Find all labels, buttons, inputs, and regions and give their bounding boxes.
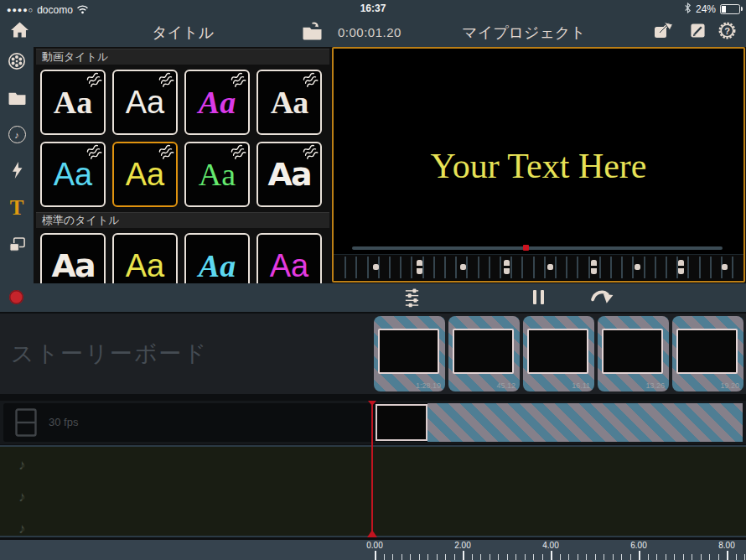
- ruler-tick: [480, 554, 481, 560]
- ruler-tick: [595, 554, 596, 560]
- sidebar-item-overlays[interactable]: [0, 236, 34, 254]
- clip-duration: 1:28.19: [416, 381, 441, 390]
- ruler-tick: [736, 554, 737, 560]
- sidebar-item-media[interactable]: [0, 91, 34, 106]
- ruler-tick: [630, 554, 631, 560]
- share-button[interactable]: [653, 21, 674, 43]
- jog-tick: [489, 257, 490, 278]
- ruler-label: 2.00: [454, 541, 470, 550]
- title-template-tile[interactable]: Aa: [184, 233, 250, 283]
- adjust-settings-button[interactable]: [403, 288, 421, 311]
- tile-sample-text: Aa: [51, 250, 94, 282]
- ruler-tick: [445, 554, 446, 560]
- edit-button[interactable]: [690, 23, 706, 42]
- preview-progress-bar[interactable]: [352, 246, 723, 250]
- audio-tracks[interactable]: ♪♪♪: [0, 445, 746, 537]
- tile-sample-text: Aa: [271, 86, 308, 118]
- sidebar-item-effects-flash[interactable]: [0, 161, 34, 179]
- layers-icon: [8, 236, 26, 254]
- video-clip-thumbnail[interactable]: [376, 404, 427, 441]
- standard-titles-grid: AaAaAaAa: [40, 233, 329, 283]
- music-note-icon: ♪: [18, 521, 26, 537]
- storyboard-clip[interactable]: 1:28.19: [374, 316, 445, 391]
- jog-tick: [466, 257, 468, 278]
- ruler-tick: [613, 554, 614, 560]
- title-template-tile[interactable]: Aa: [40, 233, 106, 283]
- jog-strip[interactable]: [334, 254, 743, 280]
- step-forward-button[interactable]: [590, 288, 614, 309]
- ruler-tick: [586, 554, 587, 560]
- ruler-tick: [419, 554, 420, 560]
- music-note-icon: ♪: [18, 489, 26, 506]
- sidebar-item-titles[interactable]: T: [0, 198, 34, 218]
- jog-marker: [460, 264, 466, 270]
- status-bar: ●●●●○ docomo 16:37 24%: [0, 0, 746, 17]
- jog-tick: [510, 257, 512, 278]
- ruler-tick: [401, 554, 402, 560]
- battery-icon: [720, 4, 740, 14]
- ruler-tick: [709, 554, 710, 560]
- tile-sample-text: Aa: [270, 250, 308, 282]
- title-template-tile[interactable]: Aa: [112, 70, 178, 135]
- ruler-label: 0.00: [366, 541, 382, 550]
- storyboard-clip[interactable]: 16.11: [523, 316, 594, 391]
- title-template-tile[interactable]: Aa: [184, 70, 250, 135]
- storyboard-clip[interactable]: 19.20: [672, 316, 743, 391]
- title-template-tile[interactable]: Aa: [256, 233, 322, 283]
- jog-tick: [644, 257, 645, 278]
- import-title-button[interactable]: [302, 22, 323, 44]
- playhead-bottom-marker: [367, 530, 377, 537]
- ruler-tick: [656, 554, 657, 560]
- preview-sample-text[interactable]: Your Text Here: [334, 146, 743, 186]
- ruler-tick: [498, 554, 499, 560]
- ruler-tick: [560, 554, 561, 560]
- timeline-ruler[interactable]: 0.002.004.006.008.00: [0, 540, 746, 560]
- progress-playhead-dot[interactable]: [523, 245, 529, 251]
- storyboard-clip[interactable]: 45.12: [448, 316, 520, 391]
- ruler-tick: [490, 554, 490, 560]
- help-button[interactable]: ?: [718, 21, 737, 44]
- video-clip-body[interactable]: [427, 403, 743, 442]
- playhead[interactable]: [371, 401, 373, 537]
- ruler-tick: [525, 554, 526, 560]
- tile-sample-text: Aa: [54, 158, 92, 190]
- section-header-standard-titles: 標準のタイトル: [36, 212, 329, 228]
- ruler-tick: [568, 554, 569, 560]
- ruler-tick: [410, 554, 411, 560]
- tile-sample-text: Aa: [267, 158, 310, 190]
- jog-tick: [533, 257, 535, 278]
- title-template-tile[interactable]: Aa: [184, 142, 250, 207]
- record-button[interactable]: [9, 290, 23, 304]
- storyboard-clip[interactable]: 13.26: [598, 316, 669, 391]
- sidebar-item-effects[interactable]: [0, 52, 34, 70]
- jog-tick: [400, 257, 401, 278]
- title-template-tile[interactable]: Aa: [112, 233, 178, 283]
- fps-label: 30 fps: [49, 416, 78, 428]
- jog-tick: [610, 257, 612, 278]
- clip-duration: 19.20: [720, 381, 739, 390]
- ruler-tick: [621, 554, 622, 560]
- preview-stage[interactable]: Your Text Here: [332, 47, 745, 283]
- ruler-tick: [692, 554, 692, 560]
- project-title: マイプロジェクト: [381, 23, 666, 43]
- title-template-tile[interactable]: Aa: [112, 142, 178, 207]
- sidebar-item-audio[interactable]: ♪: [0, 126, 34, 143]
- title-template-tile[interactable]: Aa: [256, 70, 322, 135]
- title-template-tile[interactable]: Aa: [256, 142, 322, 207]
- title-template-tile[interactable]: Aa: [40, 70, 106, 135]
- ruler-tick: [718, 554, 719, 560]
- pause-button[interactable]: [533, 290, 544, 304]
- video-titles-grid: AaAaAaAaAaAaAaAa: [40, 70, 329, 207]
- ruler-label: 6.00: [630, 541, 646, 550]
- film-reel-icon: [8, 52, 26, 70]
- music-note-circle-icon: ♪: [8, 126, 26, 143]
- section-header-video-titles: 動画タイトル: [36, 49, 329, 65]
- tile-sample-text: Aa: [126, 158, 164, 190]
- clip-thumbnail: [527, 329, 588, 374]
- ruler-tick: [375, 551, 376, 560]
- home-button[interactable]: [10, 21, 29, 42]
- jog-tick: [666, 257, 667, 278]
- title-template-tile[interactable]: Aa: [40, 142, 106, 207]
- bluetooth-icon: [684, 3, 692, 16]
- ruler-tick: [604, 554, 604, 560]
